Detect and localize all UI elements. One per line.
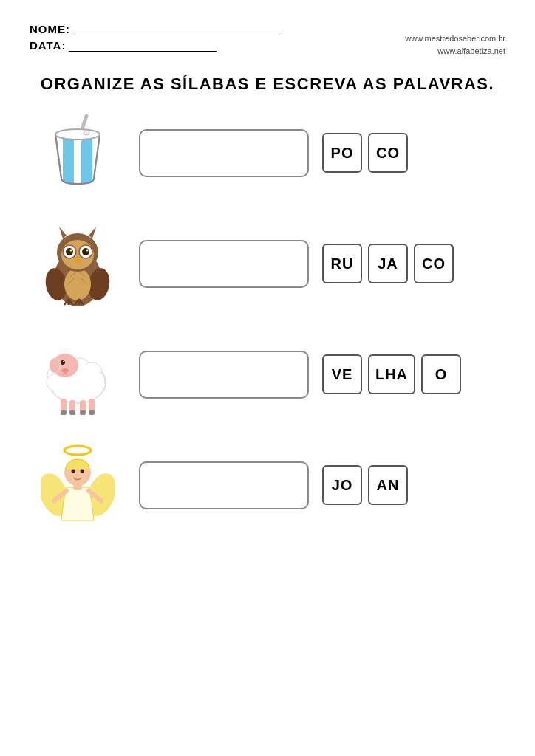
svg-point-62 [81, 469, 84, 472]
nome-label: NOME: [30, 23, 70, 35]
svg-rect-2 [81, 134, 92, 185]
svg-point-55 [64, 446, 91, 455]
svg-point-41 [50, 358, 60, 373]
svg-point-19 [66, 248, 73, 255]
answer-box-owl[interactable] [139, 240, 309, 288]
syllables-owl: RU JA CO [322, 244, 454, 284]
image-sheep [30, 330, 126, 419]
svg-marker-14 [59, 227, 67, 238]
angel-icon [41, 443, 115, 528]
svg-rect-53 [80, 410, 86, 415]
row-owl: RU JA CO [30, 219, 505, 308]
syllable-AN: AN [368, 465, 408, 505]
answer-box-sheep[interactable] [139, 351, 309, 399]
svg-point-3 [55, 129, 100, 140]
cup-icon [41, 112, 115, 193]
syllable-CO2: CO [414, 244, 454, 284]
svg-rect-51 [61, 410, 67, 415]
svg-point-44 [61, 368, 69, 373]
row-angel: JO AN [30, 441, 505, 529]
page-title: ORGANIZE AS SÍLABAS E ESCREVA AS PALAVRA… [30, 75, 505, 94]
svg-point-20 [82, 248, 89, 255]
image-owl [30, 219, 126, 308]
sheep-icon [37, 332, 118, 417]
syllable-O: O [421, 354, 461, 394]
syllable-VE: VE [322, 354, 362, 394]
syllable-JA: JA [368, 244, 408, 284]
svg-rect-54 [89, 410, 95, 415]
svg-point-22 [86, 250, 89, 252]
syllables-angel: JO AN [322, 465, 408, 505]
syllables-cup: PO CO [322, 133, 408, 173]
syllable-PO: PO [322, 133, 362, 173]
data-label: DATA: [30, 39, 66, 52]
image-cup [30, 109, 126, 197]
syllable-CO1: CO [368, 133, 408, 173]
owl-icon [37, 219, 118, 308]
svg-point-42 [61, 360, 65, 365]
data-underline [69, 38, 217, 52]
answer-box-cup[interactable] [139, 129, 309, 177]
syllables-sheep: VE LHA O [322, 354, 461, 394]
nome-underline [73, 22, 280, 35]
syllable-LHA: LHA [368, 354, 415, 394]
svg-point-61 [72, 469, 75, 472]
syllable-JO: JO [322, 465, 362, 505]
svg-point-21 [70, 250, 72, 252]
answer-box-angel[interactable] [139, 461, 309, 509]
svg-point-4 [84, 131, 89, 135]
image-angel [30, 441, 126, 529]
svg-rect-1 [63, 134, 74, 185]
row-cup: PO CO [30, 109, 505, 197]
svg-rect-52 [69, 410, 75, 415]
svg-rect-63 [73, 484, 82, 490]
svg-marker-15 [89, 227, 96, 238]
svg-point-43 [63, 361, 64, 362]
row-sheep: VE LHA O [30, 330, 505, 419]
syllable-RU: RU [322, 244, 362, 284]
